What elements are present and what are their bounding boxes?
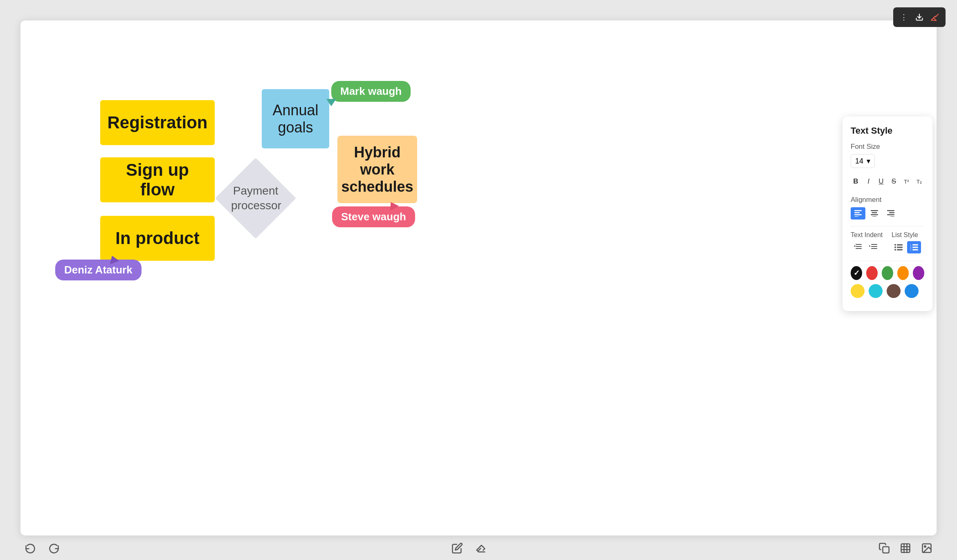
color-row-2 — [851, 284, 924, 298]
svg-rect-18 — [871, 244, 877, 245]
alignment-row — [851, 207, 924, 220]
svg-rect-23 — [897, 244, 903, 246]
svg-rect-14 — [856, 244, 862, 245]
list-style-section: List Style — [892, 231, 924, 253]
indent-increase-button[interactable] — [866, 241, 880, 253]
undo-button[interactable] — [25, 542, 36, 554]
svg-rect-29 — [912, 244, 918, 246]
color-blue[interactable] — [905, 284, 919, 298]
pencil-button[interactable] — [452, 542, 463, 554]
image-add-button[interactable] — [921, 542, 932, 554]
svg-text:3.: 3. — [910, 249, 912, 251]
color-red[interactable] — [866, 266, 878, 280]
bottom-right-tools — [878, 542, 932, 554]
svg-rect-38 — [901, 544, 910, 553]
color-teal[interactable] — [869, 284, 883, 298]
svg-rect-20 — [871, 248, 877, 249]
indent-list-row: Text Indent — [851, 231, 924, 253]
sticky-annual-goals[interactable]: Annual goals — [262, 89, 329, 148]
bottom-left-tools — [25, 542, 60, 554]
strikethrough-button[interactable]: S — [889, 175, 899, 188]
unordered-list-button[interactable] — [892, 241, 905, 253]
font-size-value: 14 — [855, 157, 863, 166]
alignment-label: Alignment — [851, 196, 924, 204]
italic-button[interactable]: I — [863, 175, 874, 188]
cursor-mark-waugh — [326, 99, 336, 106]
ordered-list-button[interactable]: 1. 2. 3. — [907, 241, 921, 253]
color-brown[interactable] — [887, 284, 901, 298]
font-size-label: Font Size — [851, 143, 924, 151]
bottom-center-tools — [452, 542, 487, 554]
list-style-label: List Style — [892, 231, 924, 239]
svg-marker-17 — [854, 245, 855, 247]
text-style-panel: Text Style Font Size 14 ▾ B I U S T² T₂ … — [842, 116, 932, 311]
diamond-payment-processor[interactable]: Payment processor — [221, 164, 290, 233]
color-yellow[interactable] — [851, 284, 865, 298]
download-button[interactable] — [912, 10, 927, 25]
color-purple[interactable] — [913, 266, 924, 280]
sticky-inproduct[interactable]: In product — [100, 216, 215, 261]
indent-decrease-button[interactable] — [851, 241, 865, 253]
svg-point-24 — [894, 246, 896, 248]
svg-rect-3 — [854, 212, 860, 213]
align-center-button[interactable] — [867, 207, 882, 220]
svg-point-22 — [894, 244, 896, 246]
eraser-tool-button[interactable] — [928, 10, 942, 25]
svg-point-26 — [894, 249, 896, 251]
svg-rect-4 — [854, 214, 862, 215]
svg-rect-37 — [883, 547, 889, 553]
bottom-toolbar — [0, 536, 957, 560]
svg-rect-9 — [872, 216, 876, 217]
font-size-chevron: ▾ — [867, 157, 870, 166]
svg-point-44 — [924, 546, 926, 547]
text-indent-section: Text Indent — [851, 231, 883, 253]
svg-rect-8 — [871, 214, 878, 215]
svg-marker-1 — [931, 18, 937, 21]
svg-rect-10 — [887, 210, 894, 211]
sticky-hybrid-work[interactable]: Hybrid work schedules — [337, 136, 417, 203]
text-indent-label: Text Indent — [851, 231, 883, 239]
color-row-1 — [851, 266, 924, 280]
canvas-content: Registration Sign up flow In product Ann… — [20, 20, 937, 535]
main-canvas: Registration Sign up flow In product Ann… — [20, 20, 937, 535]
color-black[interactable] — [851, 266, 862, 280]
svg-rect-11 — [889, 212, 894, 213]
frame-button[interactable] — [900, 542, 911, 554]
bold-button[interactable]: B — [851, 175, 861, 188]
format-buttons-row: B I U S T² T₂ — [851, 175, 924, 188]
panel-divider-2 — [851, 261, 924, 261]
diamond-label: Payment processor — [231, 184, 280, 213]
eraser-button[interactable] — [475, 542, 487, 554]
svg-rect-15 — [856, 246, 862, 247]
svg-rect-2 — [854, 210, 862, 211]
svg-rect-33 — [912, 249, 918, 251]
color-green[interactable] — [882, 266, 893, 280]
align-left-button[interactable] — [851, 207, 865, 220]
panel-divider — [851, 226, 924, 226]
svg-rect-25 — [897, 247, 903, 248]
align-right-button[interactable] — [883, 207, 898, 220]
subscript-button[interactable]: T₂ — [914, 175, 924, 188]
font-size-select[interactable]: 14 ▾ — [851, 154, 875, 168]
sticky-registration[interactable]: Registration — [100, 100, 215, 145]
top-toolbar: ⋮ — [893, 7, 946, 27]
font-size-row: 14 ▾ — [851, 154, 924, 168]
svg-rect-13 — [890, 216, 894, 217]
badge-mark-waugh: Mark waugh — [331, 81, 411, 102]
indent-buttons — [851, 241, 883, 253]
svg-rect-16 — [856, 248, 862, 249]
svg-rect-12 — [887, 214, 894, 215]
superscript-button[interactable]: T² — [901, 175, 912, 188]
panel-title: Text Style — [851, 125, 924, 136]
alignment-section: Alignment — [851, 196, 924, 220]
svg-marker-21 — [869, 245, 871, 247]
color-orange[interactable] — [897, 266, 909, 280]
svg-rect-19 — [871, 246, 877, 247]
underline-button[interactable]: U — [876, 175, 886, 188]
menu-button[interactable]: ⋮ — [896, 10, 911, 25]
sticky-signup[interactable]: Sign up flow — [100, 157, 215, 202]
copy-button[interactable] — [878, 542, 890, 554]
svg-rect-27 — [897, 249, 903, 251]
redo-button[interactable] — [48, 542, 60, 554]
badge-steve-waugh: Steve waugh — [332, 206, 415, 227]
